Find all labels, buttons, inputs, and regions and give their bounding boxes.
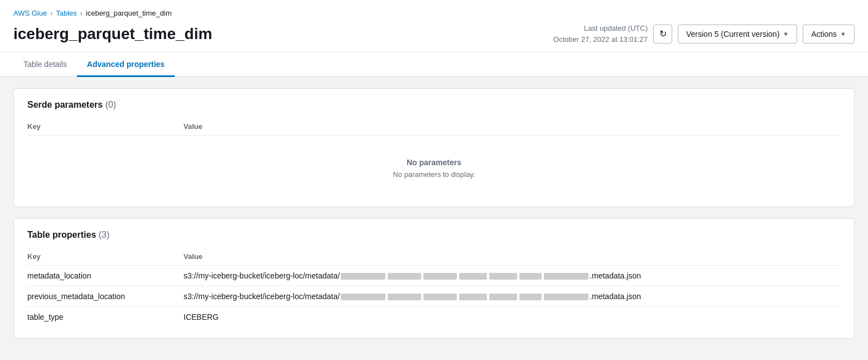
tab-table-details[interactable]: Table details [13,52,77,77]
breadcrumb-sep-2: › [80,9,83,17]
prev-metadata-location-blurred-7 [544,294,589,300]
content: Serde parameters (0) Key Value No parame… [0,77,868,360]
serde-empty-desc: No parameters to display. [27,170,841,179]
prev-metadata-location-value: s3://my-iceberg-bucket/iceberg-loc/metad… [184,286,841,307]
table-row: previous_metadata_location s3://my-icebe… [27,286,841,307]
table-type-key: table_type [27,307,184,328]
metadata-location-blurred-5 [489,273,517,280]
metadata-location-value: s3://my-iceberg-bucket/iceberg-loc/metad… [184,266,841,286]
table-properties-card: Table properties (3) Key Value metadata_… [13,218,855,339]
serde-parameters-card: Serde parameters (0) Key Value No parame… [13,88,855,207]
breadcrumb-current: iceberg_parquet_time_dim [86,9,172,17]
metadata-location-blurred-6 [519,273,542,280]
chevron-down-icon: ▼ [783,31,789,37]
prev-metadata-location-blurred-6 [519,294,542,300]
page-wrapper: AWS Glue › Tables › iceberg_parquet_time… [0,0,868,360]
metadata-location-blurred-4 [459,273,487,280]
breadcrumb-aws-glue[interactable]: AWS Glue [13,9,47,17]
metadata-location-blurred-1 [341,273,385,280]
page-title: iceberg_parquet_time_dim [13,25,212,43]
header-actions: Last updated (UTC) October 27, 2022 at 1… [553,23,855,45]
prev-metadata-location-key: previous_metadata_location [27,286,184,307]
metadata-location-key: metadata_location [27,266,184,286]
breadcrumb: AWS Glue › Tables › iceberg_parquet_time… [13,9,855,17]
metadata-location-blurred-7 [544,273,589,280]
prev-metadata-location-blurred-2 [388,294,421,300]
serde-parameters-title: Serde parameters (0) [27,100,841,110]
actions-dropdown-button[interactable]: Actions ▼ [803,25,855,44]
tab-advanced-properties[interactable]: Advanced properties [77,52,175,77]
prev-metadata-location-prefix: s3://my-iceberg-bucket/iceberg-loc/metad… [184,292,340,301]
prev-metadata-location-suffix: .metadata.json [590,292,641,301]
metadata-location-blurred-2 [388,273,421,280]
prev-metadata-location-blurred-1 [341,294,385,300]
refresh-icon: ↻ [659,28,667,39]
tab-advanced-properties-label: Advanced properties [87,60,165,69]
breadcrumb-sep-1: › [50,9,52,17]
table-props-header: Key Value [27,249,841,266]
last-updated: Last updated (UTC) October 27, 2022 at 1… [553,23,648,45]
serde-empty-state: No parameters No parameters to display. [27,141,841,190]
serde-table: Key Value No parameters No parameters to… [27,119,841,195]
serde-col-value: Value [184,119,841,136]
last-updated-label: Last updated (UTC) [553,23,648,34]
serde-col-key: Key [27,119,184,136]
table-props-col-value: Value [184,249,841,266]
header: AWS Glue › Tables › iceberg_parquet_time… [0,0,868,52]
serde-count: (0) [105,100,117,109]
table-props-table: Key Value metadata_location s3://my-iceb… [27,249,841,327]
metadata-location-blurred-3 [423,273,457,280]
metadata-location-suffix: .metadata.json [590,271,641,280]
table-type-value: ICEBERG [184,307,841,328]
serde-empty-row: No parameters No parameters to display. [27,136,841,196]
table-props-count: (3) [99,230,110,239]
table-properties-title: Table properties (3) [27,230,841,240]
version-dropdown-button[interactable]: Version 5 (Current version) ▼ [678,25,797,44]
breadcrumb-tables[interactable]: Tables [56,9,77,17]
actions-label: Actions [811,30,837,39]
table-row: table_type ICEBERG [27,307,841,328]
prev-metadata-location-blurred-3 [423,294,457,300]
tabs-bar: Table details Advanced properties [0,52,868,77]
serde-empty-title: No parameters [27,158,841,167]
tab-table-details-label: Table details [23,60,67,69]
chevron-down-icon-actions: ▼ [840,31,846,37]
header-row: iceberg_parquet_time_dim Last updated (U… [13,23,855,45]
version-label: Version 5 (Current version) [686,30,779,39]
serde-table-header: Key Value [27,119,841,136]
prev-metadata-location-blurred-4 [459,294,487,300]
prev-metadata-location-blurred-5 [489,294,517,300]
refresh-button[interactable]: ↻ [653,25,672,44]
table-row: metadata_location s3://my-iceberg-bucket… [27,266,841,286]
last-updated-value: October 27, 2022 at 13:01:27 [553,34,648,45]
metadata-location-prefix: s3://my-iceberg-bucket/iceberg-loc/metad… [184,271,340,280]
table-props-col-key: Key [27,249,184,266]
